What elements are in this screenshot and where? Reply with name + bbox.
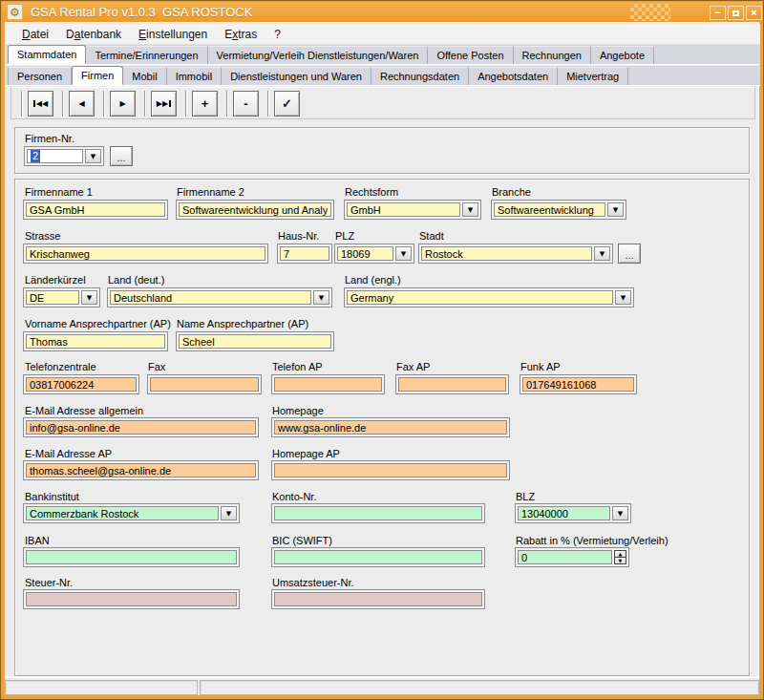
steuer-nr-input[interactable] — [26, 592, 237, 606]
telefon-ap-field[interactable] — [271, 374, 385, 394]
tab-mietvertrag[interactable]: Mietvertrag — [558, 67, 628, 85]
vorname-ap-field[interactable] — [23, 331, 168, 351]
tab-personen[interactable]: Personen — [8, 67, 72, 85]
menu-datei[interactable]: Datei — [22, 28, 49, 41]
minimize-button[interactable]: − — [710, 6, 726, 20]
branche-combobox[interactable]: Softwareentwicklung ▼ — [491, 200, 626, 220]
firmenname2-field[interactable] — [176, 200, 334, 220]
tab-firmen[interactable]: Firmen — [72, 66, 123, 85]
funk-ap-input[interactable] — [522, 377, 634, 392]
strasse-input[interactable] — [26, 246, 265, 261]
menu-help[interactable]: ? — [274, 28, 281, 41]
blz-dropdown-arrow-icon[interactable]: ▼ — [612, 506, 628, 520]
firmen-nr-combobox[interactable]: 2 ▼ — [24, 146, 104, 166]
laenderkuerzel-combobox[interactable]: DE ▼ — [23, 287, 100, 308]
land-engl-dropdown-arrow-icon[interactable]: ▼ — [615, 290, 631, 305]
tab-stammdaten[interactable]: Stammdaten — [8, 45, 86, 64]
rechtsform-combobox[interactable]: GmbH ▼ — [344, 200, 481, 220]
title-bar[interactable]: ⚙ GSA Rental Pro v1.0.3 GSA ROSTOCK − × — [2, 2, 762, 22]
fax-field[interactable] — [147, 374, 262, 394]
homepage-field[interactable] — [271, 417, 510, 437]
tab-angebote[interactable]: Angebote — [591, 46, 654, 64]
vorname-ap-label: Vorname Ansprechpartner (AP) — [25, 318, 171, 329]
funk-ap-field[interactable] — [520, 374, 637, 394]
firmenname1-input[interactable] — [26, 202, 165, 217]
stadt-combobox[interactable]: Rostock ▼ — [418, 244, 613, 264]
menu-datenbank[interactable]: Datenbank — [66, 28, 121, 41]
fax-ap-input[interactable] — [398, 377, 506, 392]
name-ap-field[interactable] — [176, 331, 334, 351]
nav-previous-button[interactable]: ◀ — [69, 91, 95, 117]
tab-angebotsdaten[interactable]: Angebotsdaten — [469, 67, 558, 85]
menu-einstellungen[interactable]: Einstellungen — [138, 28, 207, 41]
bankinstitut-dropdown-arrow-icon[interactable]: ▼ — [221, 506, 237, 520]
spin-down-icon[interactable]: ▼ — [614, 558, 626, 564]
homepage-ap-field[interactable] — [271, 460, 510, 480]
fax-input[interactable] — [150, 377, 259, 392]
strasse-label: Strasse — [25, 230, 60, 242]
bankinstitut-combobox[interactable]: Commerzbank Rostock ▼ — [23, 503, 240, 523]
telefonzentrale-field[interactable] — [23, 374, 139, 394]
tab-dienstleistungen-waren[interactable]: Dienstleistungen und Waren — [222, 67, 371, 85]
spin-up-icon[interactable]: ▲ — [614, 550, 626, 558]
branche-dropdown-arrow-icon[interactable]: ▼ — [607, 202, 624, 217]
ust-nr-input[interactable] — [274, 592, 482, 606]
hausnr-field[interactable] — [277, 244, 332, 264]
blz-combobox[interactable]: 13040000 ▼ — [515, 503, 631, 523]
laenderkuerzel-dropdown-arrow-icon[interactable]: ▼ — [81, 290, 97, 305]
blz-label: BLZ — [516, 491, 535, 502]
stadt-browse-button[interactable]: ... — [618, 244, 641, 264]
nav-last-button[interactable]: ▶▶ — [151, 91, 177, 117]
land-engl-combobox[interactable]: Germany ▼ — [344, 287, 634, 308]
email-allgemein-field[interactable] — [23, 417, 259, 437]
plz-dropdown-arrow-icon[interactable]: ▼ — [395, 246, 412, 261]
add-record-button[interactable]: + — [192, 91, 218, 117]
close-button[interactable]: × — [746, 6, 762, 20]
konto-nr-input[interactable] — [274, 506, 482, 520]
firmen-nr-dropdown-arrow-icon[interactable]: ▼ — [85, 149, 101, 163]
stadt-dropdown-arrow-icon[interactable]: ▼ — [594, 246, 610, 261]
land-deut-combobox[interactable]: Deutschland ▼ — [107, 287, 332, 308]
bic-field[interactable] — [271, 547, 485, 567]
rechtsform-dropdown-arrow-icon[interactable]: ▼ — [462, 202, 478, 217]
firmenname1-field[interactable] — [23, 200, 168, 220]
steuer-nr-field[interactable] — [23, 589, 240, 609]
tab-rechnungen[interactable]: Rechnungen — [514, 46, 591, 64]
nav-next-button[interactable]: ▶ — [110, 91, 136, 117]
strasse-field[interactable] — [23, 244, 268, 264]
hausnr-input[interactable] — [280, 246, 329, 261]
firmen-nr-browse-button[interactable]: ... — [110, 146, 133, 166]
nav-first-button[interactable]: ◀◀ — [28, 91, 53, 117]
tab-offene-posten[interactable]: Offene Posten — [428, 46, 513, 64]
homepage-ap-input[interactable] — [274, 463, 507, 477]
firmenname2-input[interactable] — [179, 202, 331, 217]
menu-extras[interactable]: Extras — [224, 28, 257, 41]
status-panel-left — [5, 680, 198, 695]
iban-field[interactable] — [23, 547, 240, 567]
land-deut-dropdown-arrow-icon[interactable]: ▼ — [313, 290, 329, 305]
konto-nr-field[interactable] — [271, 503, 485, 523]
ust-nr-field[interactable] — [271, 589, 485, 609]
confirm-record-button[interactable]: ✓ — [274, 91, 300, 117]
email-ap-input[interactable] — [26, 463, 256, 477]
maximize-button[interactable] — [728, 6, 744, 20]
rabatt-input[interactable] — [518, 550, 612, 564]
name-ap-input[interactable] — [179, 334, 331, 349]
homepage-input[interactable] — [274, 420, 507, 435]
tab-vermietung-verleih[interactable]: Vermietung/Verleih Dienstleistungen/Ware… — [208, 46, 429, 64]
fax-ap-field[interactable] — [395, 374, 509, 394]
telefon-ap-input[interactable] — [274, 377, 382, 392]
email-ap-field[interactable] — [23, 460, 259, 480]
email-allgemein-input[interactable] — [26, 420, 256, 435]
tab-termine-erinnerungen[interactable]: Termine/Erinnerungen — [86, 46, 207, 64]
vorname-ap-input[interactable] — [26, 334, 165, 349]
bic-input[interactable] — [274, 550, 482, 564]
delete-record-button[interactable]: - — [233, 91, 259, 117]
iban-input[interactable] — [26, 550, 237, 564]
telefonzentrale-input[interactable] — [26, 377, 137, 392]
rabatt-spinner[interactable]: ▲ ▼ — [515, 547, 629, 567]
tab-rechnungsdaten[interactable]: Rechnungsdaten — [371, 67, 469, 85]
plz-combobox[interactable]: 18069 ▼ — [334, 244, 414, 264]
tab-immobil[interactable]: Immobil — [167, 67, 223, 85]
tab-mobil[interactable]: Mobil — [123, 67, 166, 85]
